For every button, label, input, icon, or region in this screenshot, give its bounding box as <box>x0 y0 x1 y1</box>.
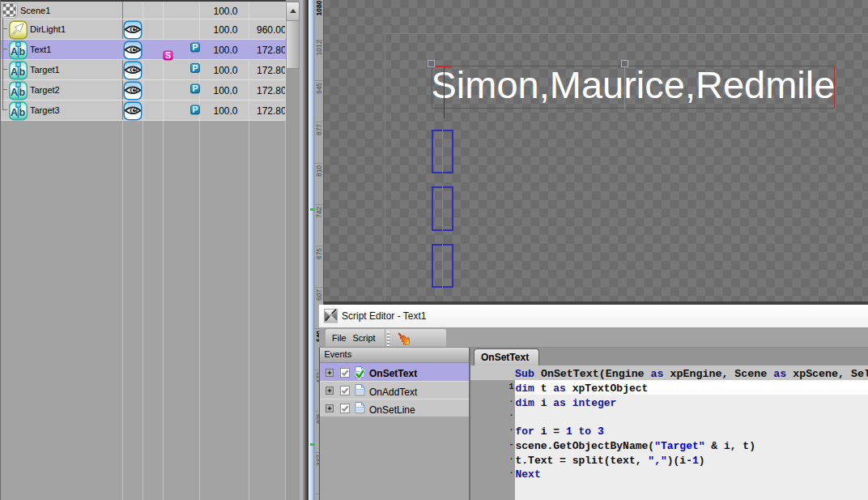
svg-text:P: P <box>192 42 198 52</box>
svg-text:S: S <box>165 50 171 60</box>
